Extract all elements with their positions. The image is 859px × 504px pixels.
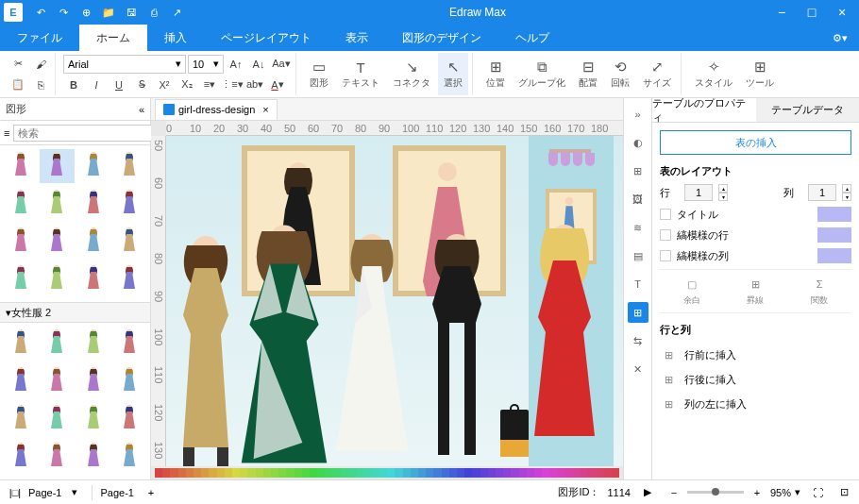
rotate-button[interactable]: ⟲回転 bbox=[605, 53, 635, 95]
page-list-button[interactable]: |□| bbox=[6, 484, 25, 501]
color-swatch[interactable] bbox=[217, 468, 225, 478]
italic-button[interactable]: I bbox=[86, 76, 107, 94]
shape-item[interactable] bbox=[40, 187, 74, 221]
save-button[interactable]: 🖫 bbox=[121, 2, 142, 23]
color-palette[interactable] bbox=[151, 466, 623, 479]
color-swatch[interactable] bbox=[325, 468, 332, 478]
color-swatch[interactable] bbox=[341, 468, 348, 478]
color-swatch[interactable] bbox=[519, 468, 527, 478]
shape-item[interactable] bbox=[40, 440, 74, 474]
insert-row-after[interactable]: ⊞行後に挿入 bbox=[660, 367, 851, 392]
shape-item[interactable] bbox=[76, 327, 110, 361]
select-tool[interactable]: ↖選択 bbox=[438, 53, 468, 95]
shape-item[interactable] bbox=[112, 262, 146, 296]
document-tab[interactable]: girl-dress-design× bbox=[155, 99, 278, 120]
color-swatch[interactable] bbox=[170, 468, 177, 478]
color-swatch[interactable] bbox=[442, 468, 449, 478]
shape-item[interactable] bbox=[76, 149, 110, 183]
color-swatch[interactable] bbox=[310, 468, 317, 478]
shape-item[interactable] bbox=[76, 262, 110, 296]
color-swatch[interactable] bbox=[209, 468, 216, 478]
color-swatch[interactable] bbox=[395, 468, 402, 478]
tab-insert[interactable]: 挿入 bbox=[147, 25, 204, 51]
tab-home[interactable]: ホーム bbox=[79, 25, 147, 51]
close-tab-icon[interactable]: × bbox=[262, 104, 268, 115]
connector-tool[interactable]: ↘コネクタ bbox=[387, 53, 436, 95]
shape-item[interactable] bbox=[76, 225, 110, 259]
color-swatch[interactable] bbox=[411, 468, 418, 478]
undo-button[interactable]: ↶ bbox=[30, 2, 51, 23]
zoom-slider[interactable] bbox=[687, 491, 744, 494]
strip-image-icon[interactable]: 🖼 bbox=[628, 189, 648, 210]
canvas[interactable] bbox=[166, 136, 623, 466]
color-swatch[interactable] bbox=[225, 468, 232, 478]
font-select[interactable]: Arial▾ bbox=[63, 55, 186, 74]
color-swatch[interactable] bbox=[372, 468, 379, 478]
color-swatch[interactable] bbox=[527, 468, 534, 478]
color-swatch[interactable] bbox=[503, 468, 511, 478]
row-down[interactable]: ▾ bbox=[718, 193, 728, 201]
fontcolor-button[interactable]: A▾ bbox=[267, 76, 288, 94]
strip-layers-icon[interactable]: ≋ bbox=[628, 217, 648, 238]
color-swatch[interactable] bbox=[612, 468, 619, 478]
color-swatch[interactable] bbox=[333, 468, 341, 478]
tab-view[interactable]: 表示 bbox=[328, 25, 385, 51]
color-swatch[interactable] bbox=[573, 468, 581, 478]
shape-item[interactable] bbox=[4, 327, 38, 361]
superscript-button[interactable]: X² bbox=[154, 76, 175, 94]
linespacing-button[interactable]: ≡▾ bbox=[199, 76, 220, 94]
copy-button[interactable]: ⎘ bbox=[30, 76, 51, 94]
play-button[interactable]: ▶ bbox=[638, 484, 657, 501]
color-swatch[interactable] bbox=[449, 468, 457, 478]
shape-item[interactable] bbox=[40, 402, 74, 436]
function-button[interactable]: Σ関数 bbox=[809, 276, 830, 307]
text-tool[interactable]: Tテキスト bbox=[336, 53, 385, 95]
underline-button[interactable]: U bbox=[109, 76, 129, 94]
color-swatch[interactable] bbox=[418, 468, 426, 478]
print-button[interactable]: ⎙ bbox=[143, 2, 164, 23]
style-button[interactable]: ✧スタイル bbox=[689, 53, 738, 95]
shape-item[interactable] bbox=[76, 187, 110, 221]
shape-item[interactable] bbox=[4, 225, 38, 259]
prop-tab-data[interactable]: テーブルデータ bbox=[756, 98, 860, 122]
chk-stripecol[interactable] bbox=[660, 250, 671, 261]
maximize-button[interactable]: □ bbox=[799, 2, 825, 23]
shape-pane-collapse[interactable]: « bbox=[139, 104, 144, 115]
align-button[interactable]: ⊟配置 bbox=[573, 53, 603, 95]
font-shrink-button[interactable]: A↓ bbox=[248, 55, 269, 74]
shape-item[interactable] bbox=[40, 225, 74, 259]
color-swatch[interactable] bbox=[162, 468, 170, 478]
subscript-button[interactable]: X₂ bbox=[177, 76, 197, 94]
color-swatch[interactable] bbox=[542, 468, 549, 478]
prop-tab-properties[interactable]: テーブルのプロパティ bbox=[652, 98, 756, 122]
color-swatch[interactable] bbox=[295, 468, 302, 478]
swatch-stripecol[interactable] bbox=[817, 248, 851, 263]
row-up[interactable]: ▴ bbox=[718, 184, 728, 193]
color-swatch[interactable] bbox=[387, 468, 395, 478]
font-grow-button[interactable]: A↑ bbox=[226, 55, 246, 74]
shape-item[interactable] bbox=[112, 327, 146, 361]
color-swatch[interactable] bbox=[263, 468, 271, 478]
shape-item[interactable] bbox=[76, 440, 110, 474]
margin-button[interactable]: ▢余白 bbox=[682, 276, 702, 307]
color-swatch[interactable] bbox=[240, 468, 247, 478]
chk-striperow[interactable] bbox=[660, 229, 671, 241]
color-swatch[interactable] bbox=[271, 468, 278, 478]
shape-item[interactable] bbox=[4, 262, 38, 296]
page-dropdown[interactable]: ▾ bbox=[65, 484, 84, 501]
strip-share-icon[interactable]: ⇆ bbox=[628, 330, 648, 351]
strip-collapse[interactable]: » bbox=[628, 104, 648, 125]
font-case-button[interactable]: Aa▾ bbox=[271, 55, 292, 74]
chk-title[interactable] bbox=[660, 209, 671, 220]
col-down[interactable]: ▾ bbox=[842, 193, 851, 201]
color-swatch[interactable] bbox=[488, 468, 496, 478]
fit-button[interactable]: ⛶ bbox=[808, 484, 827, 501]
color-swatch[interactable] bbox=[317, 468, 325, 478]
add-page-button[interactable]: + bbox=[142, 484, 160, 501]
bold-button[interactable]: B bbox=[63, 76, 84, 94]
color-swatch[interactable] bbox=[348, 468, 356, 478]
tab-file[interactable]: ファイル bbox=[0, 25, 79, 51]
insert-table-button[interactable]: 表の挿入 bbox=[660, 130, 851, 155]
export-button[interactable]: ↗ bbox=[166, 2, 187, 23]
color-swatch[interactable] bbox=[302, 468, 310, 478]
